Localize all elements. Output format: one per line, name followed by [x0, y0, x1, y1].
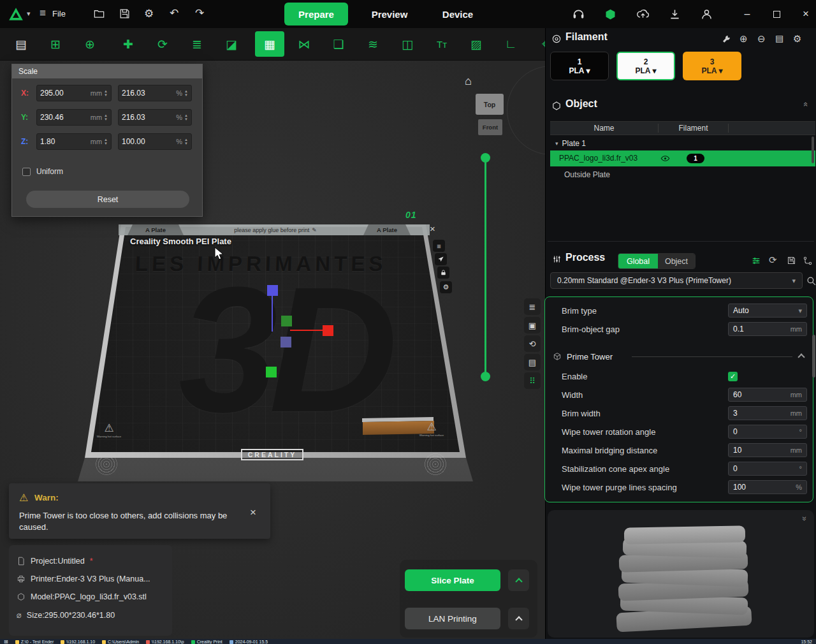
texture-tool[interactable]: ▨: [462, 31, 491, 57]
add-model-tool[interactable]: ⊞: [41, 31, 70, 57]
spinner[interactable]: ▲▼: [184, 89, 188, 97]
mirror-tool[interactable]: ⋈: [289, 31, 319, 57]
plate-list-button[interactable]: ≡: [433, 240, 445, 252]
hamburger-icon[interactable]: ≡: [40, 7, 46, 20]
reset-view-button[interactable]: ⟲: [524, 335, 541, 352]
support-headset-icon[interactable]: [572, 8, 585, 21]
taskbar-item[interactable]: 2024-09-01 15.5: [229, 640, 268, 644]
spacing-input[interactable]: 100 %: [728, 480, 807, 494]
filament-list-icon[interactable]: ▤: [775, 33, 783, 43]
taskbar-item[interactable]: \\192.168.1.10: [61, 640, 95, 644]
text-tool[interactable]: Tт: [427, 31, 456, 57]
collapse-preview-icon[interactable]: «: [799, 516, 808, 521]
filament-slot-1[interactable]: 1 PLA▾: [550, 52, 609, 80]
spinner[interactable]: ▲▼: [184, 138, 188, 145]
scale-x-pct-input[interactable]: 216.03 % ▲▼: [118, 85, 192, 101]
plate-close-icon[interactable]: ×: [430, 223, 435, 234]
select-region-button[interactable]: ▣: [524, 317, 541, 333]
spinner[interactable]: ▲▼: [104, 138, 108, 145]
clip-slider-top-knob[interactable]: [481, 153, 490, 163]
filament-settings-icon[interactable]: ⚙: [793, 33, 801, 45]
pencil-icon[interactable]: ✎: [312, 227, 317, 233]
add-plate-tool[interactable]: ⊕: [75, 31, 105, 57]
enable-checkbox[interactable]: ✓: [728, 372, 738, 381]
scale-y-mm-input[interactable]: 230.46 mm ▲▼: [36, 109, 112, 126]
object-list-button[interactable]: ≣: [524, 298, 541, 315]
brim-width-input[interactable]: 3 mm: [728, 406, 807, 420]
spin-down-icon[interactable]: ▼: [104, 93, 108, 97]
filament-tools-icon[interactable]: [722, 34, 732, 45]
account-icon[interactable]: [700, 8, 713, 21]
add-filament-icon[interactable]: ⊕: [740, 33, 748, 45]
tab-prepare[interactable]: Prepare: [284, 3, 348, 26]
gizmo-handle-slate[interactable]: [280, 337, 291, 348]
spin-down-icon[interactable]: ▼: [184, 93, 188, 97]
spin-down-icon[interactable]: ▼: [184, 117, 188, 121]
prime-tower-section-header[interactable]: Prime Tower: [545, 349, 813, 364]
rotate-tool[interactable]: ⟳: [148, 31, 177, 57]
spin-down-icon[interactable]: ▼: [104, 142, 108, 145]
compare-preset-icon[interactable]: [803, 256, 813, 266]
cloud-upload-icon[interactable]: [636, 8, 650, 21]
scale-y-pct-input[interactable]: 216.03 % ▲▼: [118, 109, 192, 126]
cone-input[interactable]: 0 °: [728, 462, 807, 476]
filament-slot-2-selected[interactable]: 2 PLA▾: [616, 52, 675, 80]
filament-slot-3[interactable]: 3 PLA▾: [683, 52, 741, 80]
spinner[interactable]: ▲▼: [104, 89, 108, 97]
lan-printing-button[interactable]: LAN Printing: [405, 608, 500, 629]
window-close-button[interactable]: ×: [793, 0, 816, 28]
gizmo-handle-red[interactable]: [323, 325, 333, 336]
params-scrollbar[interactable]: [812, 335, 815, 377]
warning-close-icon[interactable]: ×: [250, 506, 256, 519]
home-view-icon[interactable]: ⌂: [465, 75, 472, 88]
save-icon[interactable]: [119, 8, 131, 20]
object-row-selected[interactable]: PPAC_logo_li3d.fr_v03 1: [550, 150, 815, 166]
window-minimize-button[interactable]: –: [734, 0, 760, 28]
param-filter-icon[interactable]: [751, 256, 761, 266]
undo-icon[interactable]: ↶: [170, 6, 178, 20]
creality-cloud-icon[interactable]: [604, 8, 617, 21]
view-cube-front[interactable]: Front: [478, 119, 502, 135]
bridging-input[interactable]: 10 mm: [728, 443, 807, 457]
collapse-section-icon[interactable]: [798, 353, 805, 360]
filament-assignment-badge[interactable]: 1: [687, 154, 704, 163]
spin-down-icon[interactable]: ▼: [104, 117, 108, 121]
search-params-icon[interactable]: [806, 275, 816, 286]
width-input[interactable]: 60 mm: [728, 388, 807, 402]
collapse-object-icon[interactable]: «: [801, 102, 811, 106]
remove-filament-icon[interactable]: ⊖: [757, 33, 766, 45]
taskbar-item[interactable]: Z:\0 - Test Ender: [15, 640, 54, 644]
object-scrollbar[interactable]: [812, 136, 814, 163]
scale-z-pct-input[interactable]: 100.00 % ▲▼: [118, 133, 192, 150]
apps-grid-button[interactable]: ⠿: [524, 372, 541, 389]
gizmo-handle-green-center[interactable]: [281, 316, 292, 326]
taskbar-item[interactable]: \\192.168.1.10\p: [146, 640, 184, 644]
scale-panel-title[interactable]: Scale: [12, 64, 202, 78]
settings-gear-icon[interactable]: ⚙: [144, 7, 154, 20]
gizmo-handle-blue[interactable]: [267, 285, 278, 296]
scale-z-mm-input[interactable]: 1.80 mm ▲▼: [36, 133, 112, 150]
file-menu[interactable]: File: [52, 9, 66, 18]
spinner[interactable]: ▲▼: [104, 113, 108, 121]
spin-down-icon[interactable]: ▼: [184, 142, 188, 145]
save-preset-icon[interactable]: [787, 256, 796, 265]
plate-tab-left[interactable]: A Plate: [127, 224, 184, 235]
plate-settings-tool[interactable]: ▤: [6, 31, 36, 57]
scale-x-mm-input[interactable]: 295.00 mm ▲▼: [36, 85, 112, 101]
plate-lock-button[interactable]: [437, 267, 449, 279]
clip-slider-track[interactable]: [484, 157, 486, 376]
scope-global-button[interactable]: Global: [618, 254, 658, 268]
plate-orient-button[interactable]: [435, 253, 447, 265]
measure-tool[interactable]: ∟: [496, 31, 525, 57]
arrange-tool[interactable]: ≣: [182, 31, 212, 57]
plate-settings-button[interactable]: ⚙: [440, 281, 452, 293]
uniform-checkbox[interactable]: [22, 168, 31, 176]
rotation-input[interactable]: 0 °: [728, 425, 807, 439]
brim-type-select[interactable]: Auto ▾: [728, 304, 807, 318]
taskbar-clock[interactable]: 15:52: [801, 640, 812, 644]
outside-plate-row[interactable]: Outside Plate: [550, 168, 610, 181]
windows-taskbar[interactable]: ⊞ Z:\0 - Test Ender \\192.168.1.10 C:\Us…: [0, 639, 816, 644]
window-maximize-button[interactable]: [764, 0, 789, 28]
print-options-button[interactable]: [508, 608, 529, 629]
taskbar-item-active[interactable]: Creality Print: [191, 640, 222, 644]
